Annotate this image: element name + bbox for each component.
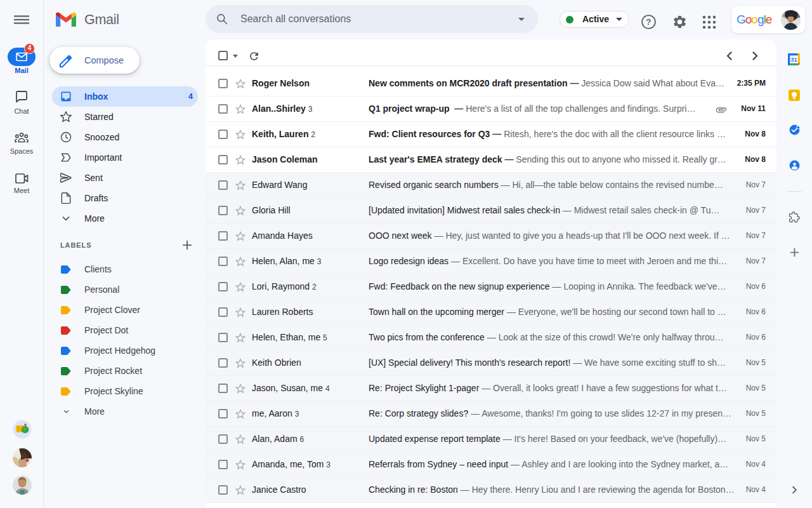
svg-text:?: ? [646,17,651,27]
svg-text:31: 31 [790,56,797,63]
